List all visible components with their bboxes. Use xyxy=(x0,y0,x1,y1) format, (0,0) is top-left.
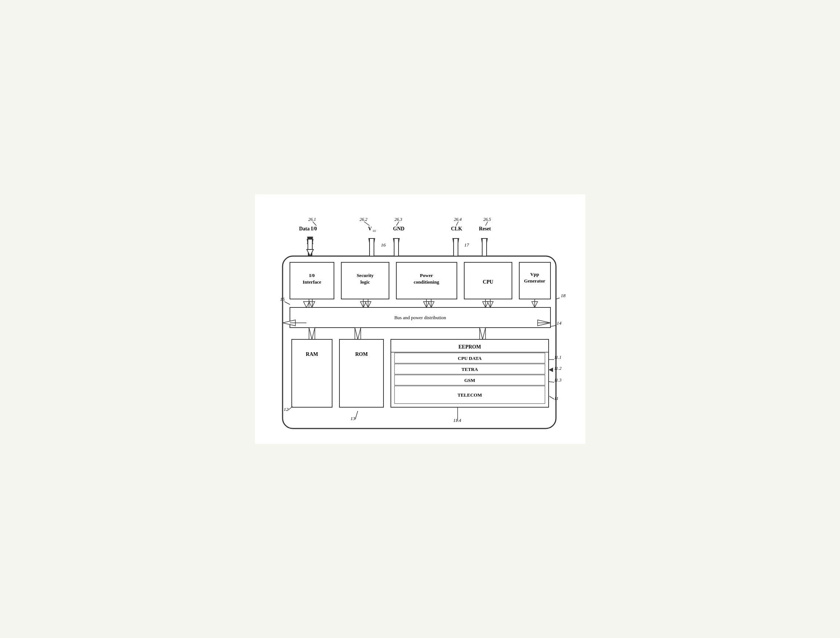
ref-11: 11 xyxy=(554,395,558,401)
power-cond-label-1: Power xyxy=(420,273,433,278)
svg-line-1 xyxy=(364,222,370,226)
ref-11-3: 11.3 xyxy=(554,377,562,383)
telecom-label: TELECOM xyxy=(457,392,481,398)
ref-13: 13 xyxy=(350,416,356,421)
label-reset: Reset xyxy=(479,226,491,232)
security-logic-label-2: logic xyxy=(361,279,370,285)
ref-12: 12 xyxy=(284,406,289,412)
security-logic-label-1: Security xyxy=(356,273,373,278)
eeprom-title: EEPROM xyxy=(458,344,481,350)
ref-26-4: 26.4 xyxy=(454,217,462,222)
ram-label: RAM xyxy=(306,351,318,357)
vpp-gen-label-1: Vpp xyxy=(530,272,539,277)
page: 26.1 Data I/0 26.2 V cc 26.3 GND 26.4 CL… xyxy=(255,194,585,444)
vpp-gen-label-2: Generator xyxy=(524,278,545,284)
cpu-label: CPU xyxy=(482,279,493,285)
rom-block xyxy=(339,340,383,407)
arrow-data-down-stem2 xyxy=(308,239,312,250)
arrow-clk-stem xyxy=(454,238,458,256)
ref-16: 16 xyxy=(381,242,386,248)
arrow-gnd-stem xyxy=(394,238,399,256)
ram-block xyxy=(292,340,332,407)
label-gnd: GND xyxy=(393,226,404,232)
svg-line-3 xyxy=(456,222,458,226)
ref-11-2: 11.2 xyxy=(554,366,562,371)
ref-18: 18 xyxy=(561,293,566,298)
arrow-reset-stem xyxy=(482,238,487,256)
label-vcc-sub: cc xyxy=(373,229,376,232)
ref-26-1: 26.1 xyxy=(308,217,316,222)
ref-17: 17 xyxy=(464,242,469,248)
diagram-svg: 26.1 Data I/0 26.2 V cc 26.3 GND 26.4 CL… xyxy=(277,216,578,440)
tetra-label: TETRA xyxy=(461,366,478,372)
ref-11-4: 11.4 xyxy=(453,417,461,423)
rom-label: ROM xyxy=(355,351,367,357)
io-interface-label-1: I/0 xyxy=(309,273,315,278)
arrow-vcc-stem xyxy=(370,238,374,256)
io-interface-label-2: Interface xyxy=(302,279,321,285)
svg-line-4 xyxy=(486,222,488,226)
ref-26-3: 26.3 xyxy=(394,217,402,222)
ref-14: 14 xyxy=(557,320,562,326)
ref-26-2: 26.2 xyxy=(360,217,367,222)
diagram-area: 26.1 Data I/0 26.2 V cc 26.3 GND 26.4 CL… xyxy=(277,216,563,433)
label-clk: CLK xyxy=(451,226,462,232)
svg-line-0 xyxy=(313,222,316,226)
arrow-data-down-outline xyxy=(307,250,313,256)
label-vcc: V xyxy=(368,226,372,232)
ref-11-1: 11.1 xyxy=(554,355,562,360)
ref-26-5: 26.5 xyxy=(483,217,491,222)
bus-label: Bus and power distribution xyxy=(394,315,446,320)
power-cond-label-2: conditioning xyxy=(414,279,439,285)
gsm-label: GSM xyxy=(464,377,475,383)
cpu-data-label: CPU DATA xyxy=(458,355,481,361)
ref-15: 15 xyxy=(280,297,285,302)
svg-line-2 xyxy=(396,222,399,226)
label-data-io: Data I/0 xyxy=(299,226,317,232)
